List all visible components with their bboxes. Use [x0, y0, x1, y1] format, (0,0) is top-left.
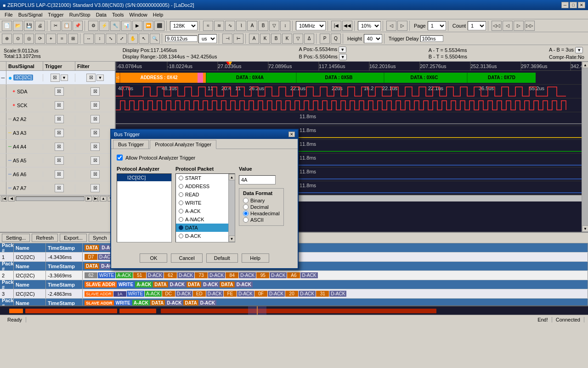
radio-decimal: Decimal — [243, 204, 280, 210]
tab-protocol-analyzer-trigger[interactable]: Protocol Analyzer Trigger — [150, 140, 216, 149]
pkt-radio-write — [179, 201, 183, 205]
packet-list-scrollbar: ▲ ▼ — [228, 174, 235, 242]
pkt-type-data[interactable]: DATA — [176, 224, 228, 232]
pkt-type-write[interactable]: WRITE — [176, 199, 228, 207]
radio-binary: Binary — [243, 198, 280, 203]
pkt-type-read[interactable]: READ — [176, 190, 228, 199]
data-format-title: Data Format — [243, 190, 280, 196]
radio-decimal-label: Decimal — [250, 204, 269, 210]
radio-ascii-input[interactable] — [243, 217, 249, 223]
pkt-label-start: START — [185, 175, 201, 181]
value-col: Value Data Format Binary Decimal — [239, 166, 284, 242]
pkt-radio-address — [179, 184, 183, 189]
default-button[interactable]: Default — [206, 253, 238, 263]
pkt-label-data: DATA — [185, 225, 198, 230]
pkt-label-aack: A-ACK — [185, 208, 201, 214]
pkt-scroll-up[interactable]: ▲ — [229, 174, 235, 180]
allow-trigger-checkbox[interactable] — [117, 155, 123, 161]
tab-bus-trigger[interactable]: Bus Trigger — [113, 140, 149, 149]
protocol-list[interactable]: I2C[I2C] — [117, 173, 172, 242]
pkt-label-anack: A-NACK — [185, 217, 204, 222]
radio-hexadecimal-label: Hexadecimal — [250, 211, 280, 216]
pkt-radio-dack — [179, 234, 183, 238]
protocol-analyzer-col: Protocol Analyzer I2C[I2C] — [117, 166, 172, 242]
radio-binary-input[interactable] — [243, 198, 249, 203]
pkt-type-start[interactable]: START — [176, 174, 228, 182]
dialog-content: Allow Protocol Analyzer Trigger Protocol… — [111, 149, 298, 248]
pkt-label-read: READ — [185, 192, 199, 197]
pkt-label-address: ADDRESS — [185, 184, 209, 189]
pkt-radio-aack — [179, 209, 183, 213]
pkt-scroll-down[interactable]: ▼ — [229, 236, 235, 242]
pkt-label-write: WRITE — [185, 200, 201, 206]
value-header: Value — [239, 166, 284, 172]
dialog-overlay: Bus Trigger ✕ Bus Trigger Protocol Analy… — [0, 0, 588, 368]
ok-button[interactable]: OK — [140, 253, 167, 263]
packet-type-list: START ADDRESS READ — [175, 173, 235, 242]
radio-binary-label: Binary — [250, 198, 265, 203]
radio-ascii: ASCII — [243, 217, 280, 223]
pkt-type-address[interactable]: ADDRESS — [176, 182, 228, 190]
dialog-columns: Protocol Analyzer I2C[I2C] Protocol Pack… — [117, 166, 292, 242]
pkt-radio-anack — [179, 217, 183, 222]
bus-trigger-dialog: Bus Trigger ✕ Bus Trigger Protocol Analy… — [110, 129, 299, 269]
allow-trigger-label: Allow Protocol Analyzer Trigger — [125, 155, 195, 161]
dialog-buttons: OK Cancel Default Help — [111, 253, 298, 268]
pkt-radio-read — [179, 192, 183, 197]
dialog-title-bar: Bus Trigger ✕ — [111, 130, 298, 139]
proto-item-i2c[interactable]: I2C[I2C] — [117, 174, 171, 181]
protocol-packet-col: Protocol Packet START ADDRESS — [175, 166, 235, 242]
pkt-radio-data — [179, 225, 183, 230]
proto-label-i2c: I2C[I2C] — [127, 175, 146, 180]
pkt-label-dack: D-ACK — [185, 233, 201, 239]
pkt-type-aack[interactable]: A-ACK — [176, 207, 228, 215]
data-format-box: Data Format Binary Decimal Hexadecimal — [239, 188, 284, 226]
radio-ascii-label: ASCII — [250, 217, 264, 223]
pkt-type-dack[interactable]: D-ACK — [176, 232, 228, 240]
pkt-type-anack[interactable]: A-NACK — [176, 215, 228, 224]
dialog-close-button[interactable]: ✕ — [288, 132, 295, 137]
pkt-scroll-track[interactable] — [229, 180, 235, 236]
pkt-radio-start — [179, 176, 183, 180]
dialog-tabs: Bus Trigger Protocol Analyzer Trigger — [111, 139, 298, 149]
proto-radio-i2c — [120, 175, 125, 180]
allow-trigger-row: Allow Protocol Analyzer Trigger — [117, 155, 292, 161]
pkt-type-dnack[interactable]: D-NACK — [176, 240, 228, 242]
proto-header: Protocol Analyzer — [117, 166, 172, 172]
cancel-button[interactable]: Cancel — [171, 253, 202, 263]
radio-decimal-input[interactable] — [243, 204, 249, 210]
value-input[interactable] — [239, 175, 276, 184]
radio-hexadecimal: Hexadecimal — [243, 211, 280, 216]
pkt-header: Protocol Packet — [175, 166, 235, 172]
help-button[interactable]: Help — [242, 253, 269, 263]
packet-list-items: START ADDRESS READ — [176, 174, 235, 242]
dialog-title-text: Bus Trigger — [114, 132, 140, 137]
radio-hexadecimal-input[interactable] — [243, 211, 249, 216]
pkt-label-dnack: D-NACK — [185, 242, 204, 242]
